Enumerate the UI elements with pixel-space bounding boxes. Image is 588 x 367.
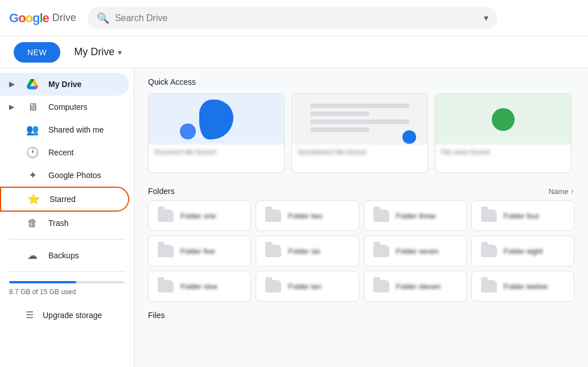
folder-item[interactable]: Folder twelve [471,271,574,302]
folder-item[interactable]: Folder three [364,200,467,231]
content-area: Quick Access Document title blurred [134,68,588,367]
computer-icon: 🖥 [26,100,39,114]
folder-item[interactable]: Folder nine [148,271,251,302]
folder-name: Folder five [180,247,242,255]
quick-access-card-3[interactable]: File name blurred [435,93,571,173]
sidebar-item-label-recent: Recent [48,148,73,157]
storage-text: 8.7 GB of 15 GB used [9,288,125,296]
folder-item[interactable]: Folder eight [471,236,574,266]
quick-card-preview-2 [292,94,427,145]
sidebar-item-label-trash: Trash [48,218,68,228]
folder-icon [481,245,497,257]
folder-icon-wrap [372,207,390,225]
sidebar-item-computers[interactable]: ▶ 🖥 Computers [0,96,129,118]
sidebar-item-label-backups: Backups [48,251,79,260]
sidebar-divider-2 [9,271,125,272]
folder-icon-wrap [157,207,175,225]
folder-name: Folder seven [396,247,458,255]
photos-icon: ✦ [26,168,39,182]
google-wordmark: Google [9,11,49,26]
circle-accent-2 [402,130,416,144]
quick-card-label-2: Spreadsheet title blurred [292,145,427,159]
folder-item[interactable]: Folder eleven [364,271,467,302]
folder-icon-wrap [372,242,390,260]
folder-name: Folder eight [504,247,566,255]
folder-name: Folder six [288,247,350,255]
folder-icon [265,280,281,292]
sidebar-item-shared[interactable]: ▶ 👥 Shared with me [0,118,129,141]
folder-name: Folder one [180,212,242,220]
quick-card-label-1: Document title blurred [149,145,284,159]
files-title: Files [148,311,574,320]
recent-icon: 🕐 [26,146,39,159]
folder-item[interactable]: Folder four [471,200,574,231]
sidebar-item-backups[interactable]: ▶ ☁ Backups [0,244,129,267]
drive-title[interactable]: My Drive ▾ [74,46,122,58]
sort-label: Name [549,187,569,196]
expand-icon-computers: ▶ [9,103,14,111]
folder-icon-wrap [480,207,498,225]
search-icon: 🔍 [97,12,109,24]
folder-name: Folder two [288,212,350,220]
folder-item[interactable]: Folder six [256,236,359,266]
folder-icon [481,209,497,222]
folder-item[interactable]: Folder ten [256,271,359,302]
drive-label: Drive [52,12,76,24]
upgrade-icon: ☰ [26,310,34,320]
doc-lines-2 [306,99,414,140]
folder-item[interactable]: Folder seven [364,236,467,266]
sidebar-item-upgrade-storage[interactable]: ▶ ☰ Upgrade storage [0,305,134,325]
sidebar-item-label-my-drive: My Drive [48,80,81,89]
folder-item[interactable]: Folder two [256,200,359,231]
folder-icon-wrap [264,277,282,295]
folder-item[interactable]: Folder one [148,200,251,231]
folder-name: Folder three [396,212,458,220]
folder-icon-wrap [480,277,498,295]
quick-access-card-2[interactable]: Spreadsheet title blurred [291,93,428,173]
folder-icon [373,280,389,292]
folder-icon-wrap [372,277,390,295]
sidebar-item-starred[interactable]: ▶ ⭐ Starred [0,187,129,212]
expand-icon-my-drive: ▶ [9,80,14,88]
search-input[interactable] [115,13,478,23]
folder-item[interactable]: Folder five [148,236,251,266]
folders-header: Folders Name ↑ [148,187,574,196]
search-dropdown-icon[interactable]: ▾ [484,13,488,23]
folder-icon [158,209,174,222]
folders-sort[interactable]: Name ↑ [549,187,574,196]
folder-name: Folder twelve [504,282,566,291]
sidebar-item-trash[interactable]: ▶ 🗑 Trash [0,212,129,234]
storage-bar-background [9,281,125,283]
sub-header: NEW My Drive ▾ [0,36,588,68]
sidebar-divider [9,239,125,240]
folder-name: Folder nine [180,282,242,291]
quick-access-grid: Document title blurred Spreadsheet title… [148,93,574,173]
sidebar-item-google-photos[interactable]: ▶ ✦ Google Photos [0,164,129,187]
drive-icon [26,77,39,91]
folder-name: Folder ten [288,282,350,291]
search-bar[interactable]: 🔍 ▾ [88,7,497,29]
folders-grid: Folder one Folder two Folder three Folde… [148,200,574,302]
trash-icon: 🗑 [26,216,39,230]
header: Google Drive 🔍 ▾ [0,0,588,36]
drive-title-text: My Drive [74,46,114,58]
main-content: ▶ My Drive ▶ 🖥 Computers ▶ 👥 Shared [0,68,588,367]
folder-icon-wrap [480,242,498,260]
new-button[interactable]: NEW [14,42,60,63]
sidebar-item-recent[interactable]: ▶ 🕐 Recent [0,141,129,164]
google-drive-logo: Google Drive [9,11,76,26]
doc-line-2-3 [310,119,409,124]
sidebar-item-label-starred: Starred [50,195,76,204]
quick-access-card-1[interactable]: Document title blurred [148,93,285,173]
sort-icon: ↑ [571,187,575,196]
folder-icon [373,209,389,222]
folder-icon-wrap [157,277,175,295]
folder-name: Folder four [504,212,566,220]
upgrade-label: Upgrade storage [43,311,102,320]
blob-shape-1 [199,100,233,139]
folder-icon [481,280,497,292]
folder-icon [158,280,174,292]
sidebar-item-my-drive[interactable]: ▶ My Drive [0,73,129,96]
storage-section: 8.7 GB of 15 GB used [0,277,134,305]
quick-access-title: Quick Access [148,77,574,86]
